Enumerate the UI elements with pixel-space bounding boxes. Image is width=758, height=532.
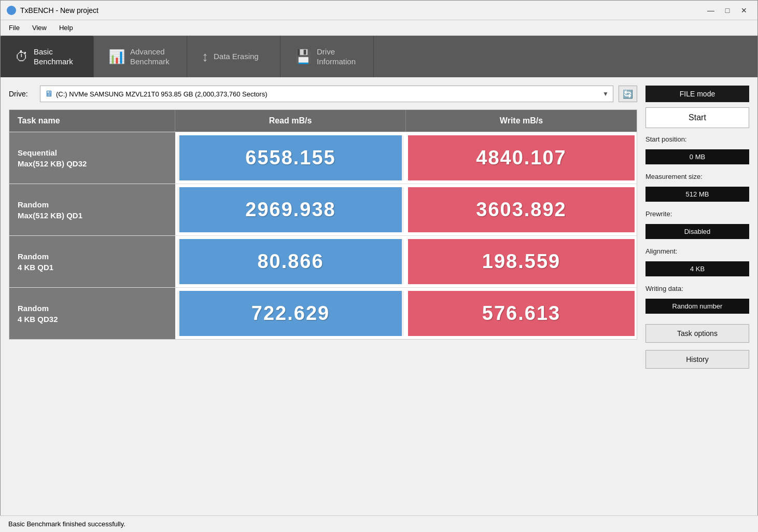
menu-file[interactable]: File — [7, 23, 22, 33]
start-button[interactable]: Start — [645, 107, 749, 128]
table-row: Random4 KB QD1 80.866 198.559 — [9, 235, 637, 287]
tab-data-erasing-label: Data Erasing — [214, 51, 259, 62]
tab-advanced-benchmark[interactable]: 📊 AdvancedBenchmark — [94, 36, 187, 77]
drive-information-icon: 💾 — [295, 49, 312, 65]
prewrite-value: Disabled — [645, 224, 749, 239]
task-name-3: Random4 KB QD1 — [18, 251, 53, 273]
tab-drive-information[interactable]: 💾 DriveInformation — [280, 36, 374, 77]
tab-bar: ⏱ BasicBenchmark 📊 AdvancedBenchmark ↕ D… — [1, 36, 757, 77]
drive-refresh-button[interactable]: 🔄 — [619, 86, 637, 102]
prewrite-label: Prewrite: — [645, 210, 749, 218]
writing-data-value: Random number — [645, 299, 749, 314]
write-cell-1: 4840.107 — [408, 135, 635, 180]
menu-help[interactable]: Help — [57, 23, 75, 33]
table-row: RandomMax(512 KB) QD1 2969.938 3603.892 — [9, 184, 637, 235]
measurement-size-label: Measurement size: — [645, 173, 749, 180]
tab-drive-information-label: DriveInformation — [317, 47, 356, 67]
alignment-label: Alignment: — [645, 247, 749, 255]
task-cell-2: RandomMax(512 KB) QD1 — [9, 184, 175, 235]
write-cell-2: 3603.892 — [408, 187, 635, 232]
chevron-down-icon: ▼ — [602, 90, 609, 97]
header-write: Write mB/s — [406, 110, 637, 132]
close-button[interactable]: ✕ — [737, 5, 751, 16]
drive-selector[interactable]: 🖥 (C:) NVMe SAMSUNG MZVL21T0 953.85 GB (… — [40, 86, 613, 102]
benchmark-table: Task name Read mB/s Write mB/s Sequentia… — [9, 109, 637, 340]
menu-bar: File View Help — [1, 20, 757, 36]
status-text: Basic Benchmark finished successfully. — [8, 520, 125, 528]
write-value-1: 4840.107 — [476, 147, 567, 169]
drive-label: Drive: — [9, 90, 35, 98]
tab-basic-benchmark-label: BasicBenchmark — [34, 47, 73, 67]
maximize-button[interactable]: □ — [720, 5, 735, 16]
read-value-2: 2969.938 — [245, 199, 336, 221]
writing-data-label: Writing data: — [645, 285, 749, 292]
basic-benchmark-icon: ⏱ — [15, 49, 29, 65]
title-bar: TxBENCH - New project — □ ✕ — [1, 1, 757, 20]
task-cell-3: Random4 KB QD1 — [9, 236, 175, 287]
status-bar: Basic Benchmark finished successfully. — [0, 515, 758, 532]
start-position-label: Start position: — [645, 135, 749, 143]
right-panel: FILE mode Start Start position: 0 MB Mea… — [645, 86, 749, 508]
table-row: Random4 KB QD32 722.629 576.613 — [9, 287, 637, 339]
refresh-icon: 🔄 — [623, 89, 633, 99]
start-position-value: 0 MB — [645, 149, 749, 164]
write-value-4: 576.613 — [482, 302, 560, 325]
write-value-2: 3603.892 — [476, 199, 567, 221]
tab-data-erasing[interactable]: ↕ Data Erasing — [187, 36, 280, 77]
measurement-size-value: 512 MB — [645, 187, 749, 202]
drive-icon: 🖥 — [45, 89, 53, 99]
task-cell-4: Random4 KB QD32 — [9, 288, 175, 339]
read-cell-1: 6558.155 — [177, 135, 404, 180]
read-cell-3: 80.866 — [177, 239, 404, 284]
left-panel: Drive: 🖥 (C:) NVMe SAMSUNG MZVL21T0 953.… — [9, 86, 637, 508]
minimize-button[interactable]: — — [704, 5, 718, 16]
header-task-name: Task name — [9, 110, 175, 132]
tab-basic-benchmark[interactable]: ⏱ BasicBenchmark — [1, 36, 94, 77]
history-button[interactable]: History — [645, 350, 749, 369]
title-bar-left: TxBENCH - New project — [7, 6, 99, 15]
app-icon — [7, 6, 16, 15]
header-read: Read mB/s — [175, 110, 406, 132]
write-cell-4: 576.613 — [408, 291, 635, 336]
menu-view[interactable]: View — [30, 23, 49, 33]
task-name-4: Random4 KB QD32 — [18, 303, 58, 325]
write-cell-3: 198.559 — [408, 239, 635, 284]
table-header: Task name Read mB/s Write mB/s — [9, 110, 637, 132]
read-value-3: 80.866 — [257, 250, 324, 273]
file-mode-button[interactable]: FILE mode — [645, 86, 749, 102]
advanced-benchmark-icon: 📊 — [108, 49, 125, 65]
read-value-1: 6558.155 — [245, 147, 336, 169]
write-value-3: 198.559 — [482, 250, 560, 273]
data-erasing-icon: ↕ — [202, 49, 208, 65]
window-title: TxBENCH - New project — [20, 6, 99, 15]
title-bar-controls: — □ ✕ — [704, 5, 751, 16]
task-options-button[interactable]: Task options — [645, 324, 749, 343]
task-name-2: RandomMax(512 KB) QD1 — [18, 199, 82, 221]
task-name-1: SequentialMax(512 KB) QD32 — [18, 147, 87, 169]
drive-value: (C:) NVMe SAMSUNG MZVL21T0 953.85 GB (2,… — [56, 90, 602, 98]
main-content: Drive: 🖥 (C:) NVMe SAMSUNG MZVL21T0 953.… — [1, 77, 757, 516]
task-cell-1: SequentialMax(512 KB) QD32 — [9, 132, 175, 184]
drive-row: Drive: 🖥 (C:) NVMe SAMSUNG MZVL21T0 953.… — [9, 86, 637, 102]
read-cell-2: 2969.938 — [177, 187, 404, 232]
read-cell-4: 722.629 — [177, 291, 404, 336]
table-row: SequentialMax(512 KB) QD32 6558.155 4840… — [9, 132, 637, 184]
tab-advanced-benchmark-label: AdvancedBenchmark — [130, 47, 170, 67]
alignment-value: 4 KB — [645, 261, 749, 276]
read-value-4: 722.629 — [251, 302, 330, 325]
